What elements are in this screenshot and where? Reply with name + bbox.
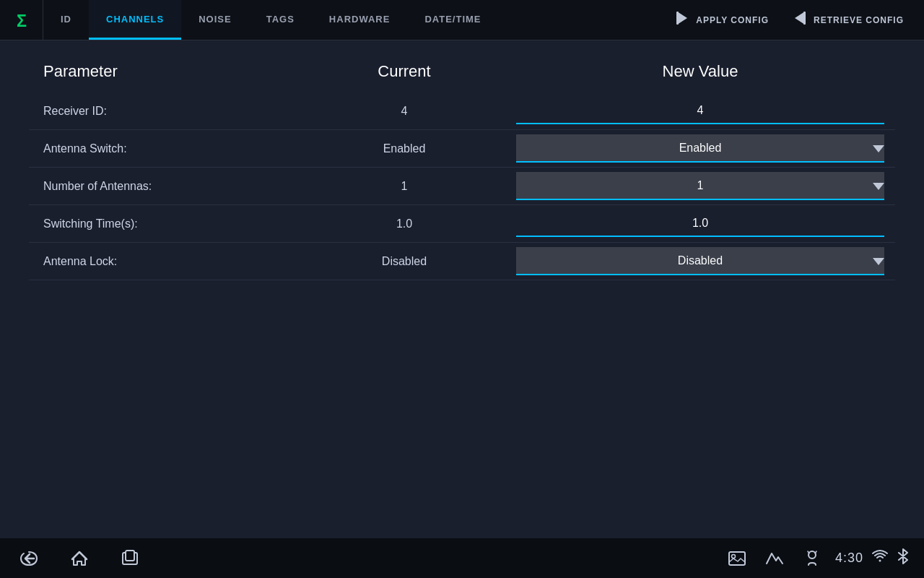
retrieve-config-icon (792, 10, 808, 30)
col-header-new-value: New Value (505, 62, 895, 81)
param-antenna-lock: Antenna Lock: (29, 255, 303, 268)
bluetooth-icon (897, 548, 910, 568)
bottom-nav-bar: 4:30 (0, 538, 924, 578)
table-row: Number of Antennas: 1 1 2 3 4 (29, 168, 895, 205)
recents-icon (121, 549, 139, 568)
nav-tabs: ID CHANNELS NOISE TAGS HARDWARE DATE/TIM… (43, 0, 654, 40)
status-time: 4:30 (835, 551, 863, 566)
dropdown-antenna-lock: Disabled Enabled (516, 247, 884, 275)
table-row: Receiver ID: 4 (29, 92, 895, 130)
gallery-icon (728, 549, 746, 568)
dropdown-antenna-switch: Enabled Disabled (516, 134, 884, 163)
wifi-icon (872, 548, 888, 568)
main-content: Parameter Current New Value Receiver ID:… (0, 40, 924, 302)
back-button[interactable] (14, 544, 43, 573)
param-num-antennas: Number of Antennas: (29, 180, 303, 193)
input-switching-time[interactable] (516, 211, 884, 237)
current-receiver-id: 4 (303, 105, 505, 118)
svg-rect-3 (676, 12, 679, 25)
new-value-num-antennas: 1 2 3 4 (505, 172, 895, 200)
current-switching-time: 1.0 (303, 217, 505, 230)
svg-rect-8 (729, 552, 745, 565)
current-num-antennas: 1 (303, 180, 505, 193)
logo-area: Σ (0, 0, 43, 40)
dropdown-num-antennas: 1 2 3 4 (516, 172, 884, 200)
svg-line-12 (815, 551, 816, 553)
tab-tags[interactable]: TAGS (249, 0, 312, 40)
param-antenna-switch: Antenna Switch: (29, 142, 303, 155)
param-switching-time: Switching Time(s): (29, 217, 303, 230)
select-num-antennas[interactable]: 1 2 3 4 (516, 172, 884, 200)
input-receiver-id[interactable] (516, 98, 884, 124)
map-button[interactable] (760, 544, 789, 573)
home-button[interactable] (65, 544, 94, 573)
tab-channels[interactable]: CHANNELS (89, 0, 181, 40)
new-value-switching-time (505, 211, 895, 237)
svg-point-9 (731, 554, 735, 558)
retrieve-config-button[interactable]: RETRIEVE CONFIG (783, 6, 912, 34)
table-row: Antenna Lock: Disabled Disabled Enabled (29, 243, 895, 280)
map-icon (765, 549, 784, 568)
apply-config-button[interactable]: APPLY CONFIG (666, 6, 777, 34)
back-icon (19, 549, 38, 568)
col-header-current: Current (303, 62, 505, 81)
svg-text:Σ: Σ (16, 12, 26, 30)
new-value-antenna-lock: Disabled Enabled (505, 247, 895, 275)
svg-rect-5 (803, 12, 806, 25)
new-value-receiver-id (505, 98, 895, 124)
svg-point-10 (808, 551, 816, 558)
new-value-antenna-switch: Enabled Disabled (505, 134, 895, 163)
android-icon (803, 549, 821, 568)
apply-config-label: APPLY CONFIG (696, 15, 769, 25)
home-icon (70, 549, 89, 568)
param-receiver-id: Receiver ID: (29, 105, 303, 118)
current-antenna-switch: Enabled (303, 142, 505, 155)
svg-rect-7 (126, 551, 134, 561)
svg-marker-2 (677, 12, 687, 25)
svg-marker-4 (795, 12, 805, 25)
svg-line-11 (808, 551, 809, 553)
current-antenna-lock: Disabled (303, 255, 505, 268)
android-button[interactable] (798, 544, 827, 573)
tab-noise[interactable]: NOISE (181, 0, 248, 40)
tab-id[interactable]: ID (43, 0, 89, 40)
top-nav-bar: Σ ID CHANNELS NOISE TAGS HARDWARE DATE/T… (0, 0, 924, 40)
tab-datetime[interactable]: DATE/TIME (407, 0, 498, 40)
select-antenna-switch[interactable]: Enabled Disabled (516, 134, 884, 163)
bottom-nav-left (14, 544, 723, 573)
bottom-nav-right: 4:30 (723, 544, 910, 573)
col-header-parameter: Parameter (29, 62, 303, 81)
recents-button[interactable] (116, 544, 144, 573)
gallery-button[interactable] (723, 544, 751, 573)
table-body: Receiver ID: 4 Antenna Switch: Enabled E… (29, 92, 895, 280)
retrieve-config-label: RETRIEVE CONFIG (814, 15, 904, 25)
table-header: Parameter Current New Value (29, 62, 895, 92)
apply-config-icon (674, 10, 690, 30)
table-row: Antenna Switch: Enabled Enabled Disabled (29, 130, 895, 168)
table-row: Switching Time(s): 1.0 (29, 205, 895, 243)
nav-actions: APPLY CONFIG RETRIEVE CONFIG (654, 0, 924, 40)
tab-hardware[interactable]: HARDWARE (312, 0, 408, 40)
app-logo: Σ (9, 7, 35, 33)
select-antenna-lock[interactable]: Disabled Enabled (516, 247, 884, 275)
